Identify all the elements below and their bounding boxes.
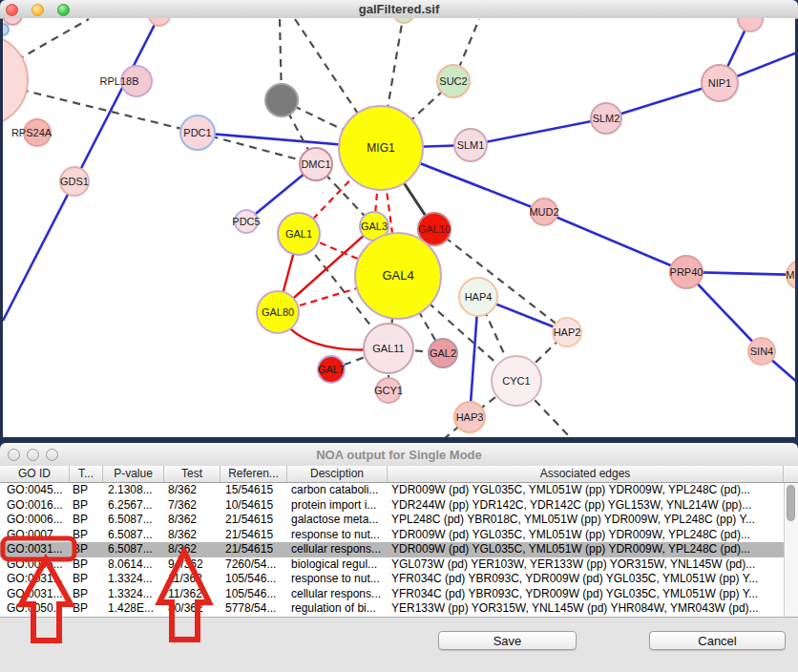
cell: cellular respons... [287,587,388,602]
node-label-pdc5: PDC5 [232,216,260,227]
column-header-6[interactable]: Associated edges [388,466,784,482]
network-canvas[interactable]: MSIRPL18BRPS24AGDS1PDC1MIG1DMC1SUC2NIP1S… [3,18,795,437]
node-label-mig1: MIG1 [367,141,395,155]
node-label-gal80: GAL80 [262,306,294,318]
node-cut-pink-b[interactable] [149,18,170,26]
node-label-hap3: HAP3 [456,411,484,423]
noa-window: NOA output for Single Mode GO IDT...P-va… [0,437,798,672]
cell: GO:0006... [0,513,70,528]
cancel-button[interactable]: Cancel [649,631,786,650]
column-header-4[interactable]: Referen... [220,466,287,482]
cell: YFR034C (pd) YBR093C, YDR009W (pd) YGL03… [388,572,784,587]
cell: response to nut... [287,572,388,587]
node-label-dmc1: DMC1 [301,158,330,170]
cell: YDR009W (pd) YGL035C, YML051W (pp) YDR00… [388,528,784,543]
table-row[interactable]: GO:0050...BP1.428E...80/3625778/54...reg… [0,601,784,617]
node-label-gcy1: GCY1 [374,385,403,396]
table-row[interactable]: GO:0065...BP8.0614...94/3627260/54...bio… [0,557,784,573]
vertical-scrollbar[interactable] [784,483,798,617]
node-label-hap2: HAP2 [554,326,581,338]
node-label-mud2: MUD2 [529,206,558,218]
cell: BP [70,542,103,557]
node-label-sin4: SIN4 [750,346,773,357]
node-label-prp40: PRP40 [670,266,704,278]
cell: 6.5087... [103,542,164,557]
node-bigpink[interactable] [3,34,28,126]
column-header-3[interactable]: Test [164,466,220,482]
cell: BP [70,513,103,528]
node-label-rps24a: RPS24A [11,127,52,138]
results-table: GO:0045...BP2.1308...8/36215/54615carbon… [0,483,784,617]
table-row[interactable]: GO:0016...BP6.2567...7/36210/54615protei… [0,498,784,514]
cell: GO:0016... [0,498,70,514]
table-row[interactable]: GO:0031...BP1.3324...11/362105/546...cel… [0,587,784,602]
noa-titlebar[interactable]: NOA output for Single Mode [0,443,798,467]
table-row[interactable]: GO:0007...BP6.5087...8/36221/54615respon… [0,528,784,543]
cell: GO:0007... [0,528,70,543]
cell: 11/362 [164,587,220,602]
cell: 2.1308... [103,483,164,498]
cell: 8.0614... [103,557,164,573]
cell: 105/546... [220,587,287,602]
node-label-slm2: SLM2 [593,113,620,124]
cell: 21/54615 [220,542,287,557]
cell: galactose meta... [287,513,388,528]
cell: 5778/54... [220,601,287,617]
column-header-0[interactable]: GO ID [0,466,70,482]
node-label-gal4: GAL4 [382,268,413,283]
table-row[interactable]: GO:0006...BP6.5087...8/36221/54615galact… [0,513,784,528]
save-button[interactable]: Save [438,631,577,650]
cell: protein import i... [287,498,388,514]
network-window-title: galFiltered.sif [0,2,798,16]
table-row[interactable]: GO:0031...BP6.5087...8/36221/54615cellul… [0,542,784,557]
cell: 11/362 [164,572,220,587]
cell: YGL073W (pd) YER103W, YER133W (pp) YOR31… [388,557,784,573]
cell: 6.2567... [103,498,164,514]
cell: GO:0065... [0,557,70,573]
cell: YDR009W (pd) YGL035C, YML051W (pp) YDR00… [388,542,784,557]
column-header-5[interactable]: Desciption [287,466,388,482]
node-cut-pink-c[interactable] [738,18,763,32]
cell: cellular respons... [287,542,388,557]
cell: BP [70,587,103,602]
cell: carbon cataboli... [287,483,388,498]
scrollbar-thumb[interactable] [787,485,795,521]
table-row[interactable]: GO:0045...BP2.1308...8/36215/54615carbon… [0,483,784,498]
cell: 6.5087... [103,513,164,528]
node-cut-blue[interactable] [3,24,9,35]
cell: BP [70,528,103,543]
cell: BP [70,572,103,587]
cell: GO:0031... [0,542,70,557]
cell: 7/362 [164,498,220,514]
edge-blue [74,18,159,181]
cell: 1.3324... [103,572,164,587]
edge-blue [544,212,686,272]
node-label-gal7: GAL7 [318,364,345,375]
node-label-suc2: SUC2 [439,75,467,87]
table-row[interactable]: GO:0031...BP1.3324...11/362105/546...res… [0,572,784,587]
node-label-gds1: GDS1 [60,176,89,187]
node-label-slm1: SLM1 [457,139,485,151]
cell: YFR034C (pd) YBR093C, YDR009W (pd) YGL03… [388,587,784,602]
cell: regulation of bi... [287,601,388,617]
network-titlebar[interactable]: galFiltered.sif [0,0,798,19]
cell: response to nut... [287,528,388,543]
column-header-2[interactable]: P-value [103,466,164,482]
cell: BP [70,601,103,617]
cell: 21/54615 [220,513,287,528]
column-header-1[interactable]: T... [70,466,103,482]
cell: YDR009W (pd) YGL035C, YML051W (pp) YDR00… [388,483,784,498]
cell: GO:0050... [0,601,70,617]
cell: 10/54615 [220,498,287,514]
node-label-gal10: GAL10 [418,223,451,235]
cell: 105/546... [220,572,287,587]
node-label-msi: MSI [786,269,795,281]
node-label-cyc1: CYC1 [502,375,530,387]
cell: 6.5087... [103,528,164,543]
node-label-pdc1: PDC1 [183,127,211,138]
node-cut-green[interactable] [393,18,414,23]
node-gray-node[interactable] [265,84,298,116]
node-label-gal2: GAL2 [430,347,456,359]
cell: GO:0045... [0,483,70,498]
cell: YER133W (pp) YOR315W, YNL145W (pd) YHR08… [388,601,784,617]
